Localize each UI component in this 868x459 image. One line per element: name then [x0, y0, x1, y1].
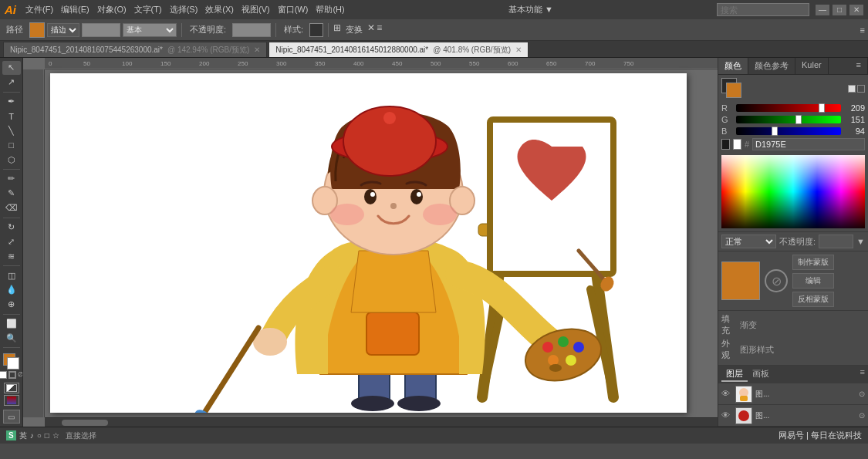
- opacity-panel-input[interactable]: 100%: [819, 235, 853, 248]
- rect-tool[interactable]: □: [45, 431, 49, 440]
- layer-2-eye-icon[interactable]: 👁: [721, 410, 732, 421]
- line-tool[interactable]: ╲: [2, 123, 21, 137]
- shape-tool[interactable]: □: [2, 138, 21, 152]
- transform-x-icon[interactable]: ✕: [367, 22, 375, 37]
- fill-mode-button[interactable]: [4, 383, 19, 393]
- layers-tab[interactable]: 图层: [721, 367, 748, 382]
- main-color-swatch[interactable]: [721, 262, 760, 300]
- h-scroll-thumb[interactable]: [62, 420, 108, 426]
- gradient-tool[interactable]: ◫: [2, 268, 21, 282]
- menu-window[interactable]: 窗口(W): [278, 4, 309, 15]
- eyedropper-tool[interactable]: 💧: [2, 283, 21, 297]
- kuler-tab[interactable]: Kuler: [795, 58, 829, 74]
- transform-more-icon[interactable]: ≡: [377, 22, 382, 37]
- opacity-arrow[interactable]: ▼: [856, 237, 865, 246]
- background-swatch[interactable]: [7, 357, 19, 370]
- layer-row-2[interactable]: 👁 图... ⊙: [718, 405, 868, 427]
- panel-menu-icon[interactable]: ≡: [850, 58, 868, 74]
- opacity-input[interactable]: 100%: [232, 23, 271, 37]
- blend-tool[interactable]: ⊕: [2, 298, 21, 312]
- close-button[interactable]: ✕: [849, 5, 863, 15]
- stroke-color-swatch[interactable]: [29, 22, 45, 38]
- stroke-icon[interactable]: [8, 371, 16, 379]
- zoom-tool[interactable]: 🔍: [2, 332, 21, 346]
- toolbar-separator-1: [181, 23, 182, 37]
- direct-select-tool[interactable]: ↗: [2, 76, 21, 89]
- screen-mode-button[interactable]: ▭: [3, 410, 20, 424]
- tab-1[interactable]: Nipic_8047451_20140816075445263000.ai* @…: [3, 42, 267, 57]
- pen-tool[interactable]: ✒: [2, 95, 21, 109]
- maximize-button[interactable]: □: [833, 5, 846, 15]
- select-tool[interactable]: ↖: [2, 61, 21, 75]
- panel-toggle-icon[interactable]: ≡: [860, 25, 865, 35]
- stroke-weight-input[interactable]: [82, 23, 120, 37]
- outline-mode-button[interactable]: [4, 395, 19, 406]
- gradient-swatch[interactable]: [857, 85, 865, 93]
- make-mask-button[interactable]: 制作蒙版: [792, 255, 834, 270]
- edit-button[interactable]: 编辑: [792, 273, 834, 289]
- fill-icon[interactable]: [0, 371, 7, 379]
- none-swatch[interactable]: [848, 85, 856, 93]
- no-swatch[interactable]: ⊘: [765, 269, 788, 292]
- b-slider[interactable]: [736, 127, 841, 135]
- menu-select[interactable]: 选择(S): [170, 4, 198, 15]
- layer-row-1[interactable]: 👁 图... ⊙: [718, 383, 868, 405]
- color-tab[interactable]: 颜色: [718, 58, 748, 74]
- stroke-style-select[interactable]: 基本: [123, 23, 177, 37]
- artboard-tool[interactable]: ⬜: [2, 317, 21, 331]
- artboard-tab[interactable]: 画板: [748, 367, 774, 382]
- layer-1-lock-icon[interactable]: ⊙: [859, 390, 865, 398]
- minimize-button[interactable]: —: [816, 5, 829, 15]
- hex-fg-swatch[interactable]: [721, 139, 730, 150]
- stroke-type-select[interactable]: 描边: [47, 23, 79, 37]
- music-tool[interactable]: ♪: [30, 431, 34, 440]
- menu-text[interactable]: 文字(T): [134, 4, 162, 15]
- layers-menu-icon[interactable]: ≡: [860, 367, 865, 382]
- layer-2-lock-icon[interactable]: ⊙: [859, 411, 865, 420]
- circle-tool[interactable]: ○: [37, 431, 42, 440]
- menu-effect[interactable]: 效果(X): [205, 4, 234, 15]
- reverse-button[interactable]: 反相蒙版: [792, 292, 834, 307]
- scale-tool[interactable]: ⤢: [2, 235, 21, 248]
- star-tool[interactable]: ☆: [52, 431, 59, 440]
- horizontal-scrollbar[interactable]: [45, 417, 718, 427]
- menu-object[interactable]: 对象(O): [97, 4, 127, 15]
- menu-edit[interactable]: 编辑(E): [61, 4, 90, 15]
- search-input[interactable]: [717, 3, 809, 16]
- pencil-tool[interactable]: ✎: [2, 187, 21, 201]
- layer-1-eye-icon[interactable]: 👁: [721, 389, 732, 400]
- paint-tool[interactable]: ⬡: [2, 153, 21, 167]
- rotate-tool[interactable]: ↻: [2, 221, 21, 235]
- r-thumb[interactable]: [819, 103, 825, 113]
- r-slider[interactable]: [736, 104, 841, 112]
- tab-2[interactable]: Nipic_8047451_20140816145012880000.ai* @…: [269, 42, 529, 57]
- workspace-label[interactable]: 基本功能 ▼: [508, 4, 553, 15]
- warp-tool[interactable]: ≋: [2, 249, 21, 263]
- style-preview[interactable]: [309, 23, 323, 37]
- tab-1-close[interactable]: ✕: [254, 46, 260, 54]
- hex-bg-swatch[interactable]: [733, 139, 741, 150]
- s-tool[interactable]: S: [6, 430, 16, 440]
- brush-tool[interactable]: ✏: [2, 172, 21, 186]
- eraser-tool[interactable]: ⌫: [2, 201, 21, 215]
- color-ref-tab[interactable]: 颜色参考: [748, 58, 795, 74]
- color-swatches[interactable]: [3, 353, 20, 369]
- svg-text:450: 450: [392, 60, 403, 67]
- transform-icon[interactable]: ⊞: [333, 22, 341, 37]
- g-thumb[interactable]: [795, 115, 802, 124]
- spectrum-canvas[interactable]: [721, 155, 865, 228]
- menu-view[interactable]: 视图(V): [241, 4, 270, 15]
- tab-2-close[interactable]: ✕: [515, 46, 522, 54]
- canvas-area[interactable]: 0 50 100 150 200 250 300 350 400 450 500…: [23, 58, 718, 427]
- lang-tool[interactable]: 英: [19, 430, 27, 441]
- none-icon[interactable]: ∅: [18, 371, 23, 379]
- b-thumb[interactable]: [772, 127, 778, 136]
- hex-input[interactable]: [752, 138, 865, 150]
- g-slider[interactable]: [736, 116, 841, 123]
- fg-bg-swatches[interactable]: [721, 78, 743, 100]
- color-spectrum[interactable]: [721, 155, 865, 228]
- type-tool[interactable]: T: [2, 110, 21, 123]
- menu-help[interactable]: 帮助(H): [316, 4, 344, 15]
- blend-mode-select[interactable]: 正常: [721, 235, 776, 248]
- menu-file[interactable]: 文件(F): [25, 4, 53, 15]
